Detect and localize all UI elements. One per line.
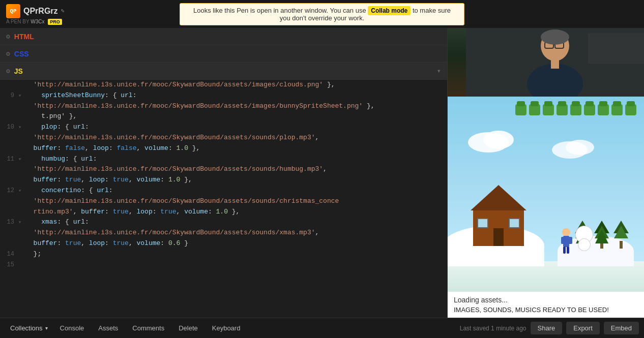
assets-button[interactable]: Assets: [91, 322, 125, 334]
code-line-14: 14 };: [0, 249, 447, 260]
webcam-feed: [448, 28, 644, 97]
line-number: [0, 143, 18, 154]
line-content: [25, 260, 447, 270]
collab-mode-button[interactable]: Collab mode: [368, 6, 411, 15]
code-line-11c: buffer: true, loop: true, volume: 1.0 },: [0, 175, 447, 186]
code-line-11b: 'http://mainline.i3s.unice.fr/mooc/Skywa…: [0, 164, 447, 175]
line-number: 15: [0, 260, 18, 270]
line-arrow: [18, 80, 25, 90]
svg-point-24: [562, 228, 570, 236]
line-content: humbug: { url:: [25, 154, 447, 165]
edit-icon[interactable]: ✎: [61, 7, 65, 15]
line-number: [0, 111, 18, 122]
logo-icon: QP: [6, 4, 20, 18]
bottom-bar: Collections ▾ Console Assets Comments De…: [0, 318, 644, 338]
collections-button[interactable]: Collections ▾: [5, 322, 53, 334]
line-content: buffer: false, loop: false, volume: 1.0 …: [25, 143, 447, 154]
line-number: 13: [0, 217, 18, 228]
share-button[interactable]: Share: [531, 322, 563, 334]
line-number: [0, 207, 18, 218]
house-window-left: [477, 218, 488, 228]
line-number: 11: [0, 154, 18, 165]
html-tab-label: HTML: [14, 33, 34, 41]
js-tab[interactable]: ⚙ JS ▾: [0, 63, 447, 80]
svg-rect-27: [568, 237, 572, 244]
webcam-area: [448, 28, 644, 97]
pen-by-label: A PEN BY: [6, 19, 29, 24]
notification-text-before: Looks like this Pen is open in another w…: [193, 7, 366, 14]
enemy-1: [515, 104, 526, 115]
keyboard-button[interactable]: Keyboard: [205, 322, 248, 334]
snowman-top: [578, 238, 591, 251]
bottom-right-actions: Last saved 1 minute ago Share Export Emb…: [460, 322, 639, 334]
comments-button[interactable]: Comments: [125, 322, 171, 334]
code-line-12c: rtino.mp3', buffer: true, loop: true, vo…: [0, 207, 447, 218]
tree-svg-2: [594, 221, 609, 249]
embed-button[interactable]: Embed: [604, 322, 639, 334]
html-tab[interactable]: ⚙ HTML: [0, 28, 447, 45]
line-content: concertino: { url:: [25, 186, 447, 196]
line-arrow: [18, 228, 25, 238]
code-line-10: 10 ▾ plop: { url:: [0, 122, 447, 133]
code-line-9: 9 ▾ spriteSheetBunny: { url:: [0, 90, 447, 101]
line-number: [0, 238, 18, 249]
house-roof: [471, 185, 526, 210]
line-content: xmas: { url:: [25, 217, 447, 228]
line-content: t.png' },: [25, 111, 447, 122]
css-tab[interactable]: ⚙ CSS: [0, 45, 447, 63]
code-line-15: 15: [0, 260, 447, 270]
enemy-3: [543, 104, 554, 115]
line-arrow: [18, 196, 25, 207]
logo-area: QP QPrRGrz ✎ A PEN BY W3Cx PRO: [6, 4, 65, 24]
code-line-12b: 'http://mainline.i3s.unice.fr/mooc/Skywa…: [0, 196, 447, 207]
house: [473, 210, 524, 246]
code-line-13: 13 ▾ xmas: { url:: [0, 217, 447, 228]
svg-rect-1: [588, 33, 644, 64]
console-button[interactable]: Console: [53, 322, 92, 334]
enemy-9: [625, 104, 636, 115]
code-line-10c: buffer: false, loop: false, volume: 1.0 …: [0, 143, 447, 154]
line-content: spriteSheetBunny: { url:: [25, 90, 447, 101]
line-number: [0, 133, 18, 143]
line-arrow: [18, 249, 25, 260]
line-arrow: ▾: [18, 122, 25, 133]
svg-point-8: [541, 29, 569, 45]
enemy-4: [557, 104, 568, 115]
main-area: ⚙ HTML ⚙ CSS ⚙ JS ▾ 'http://mainline.i3: [0, 28, 644, 318]
code-editor[interactable]: 'http://mainline.i3s.unice.fr/mooc/Skywa…: [0, 80, 447, 318]
character-svg: [560, 228, 573, 254]
delete-button[interactable]: Delete: [171, 322, 205, 334]
enemy-7: [598, 104, 609, 115]
line-content: rtino.mp3', buffer: true, loop: true, vo…: [25, 207, 447, 218]
right-panel: Loading assets... IMAGES, SOUNDS, MUSICS…: [448, 28, 644, 318]
code-line-8: 'http://mainline.i3s.unice.fr/mooc/Skywa…: [0, 80, 447, 90]
house-body: [473, 210, 524, 246]
line-arrow: ▾: [18, 217, 25, 228]
line-number: [0, 196, 18, 207]
code-line-13c: buffer: true, loop: true, volume: 0.6 }: [0, 238, 447, 249]
line-arrow: [18, 111, 25, 122]
webcam-person: [466, 28, 644, 97]
pro-badge: PRO: [48, 19, 62, 25]
line-content: 'http://mainline.i3s.unice.fr/mooc/Skywa…: [25, 133, 447, 143]
preview-info: Loading assets... IMAGES, SOUNDS, MUSICS…: [448, 292, 644, 318]
code-line-10b: 'http://mainline.i3s.unice.fr/mooc/Skywa…: [0, 133, 447, 143]
line-number: [0, 228, 18, 238]
enemy-6: [584, 104, 595, 115]
chevron-down-icon: ▾: [45, 325, 48, 331]
house-door: [493, 228, 504, 246]
clouds-svg: [448, 122, 644, 183]
js-gear-icon: ⚙: [6, 67, 10, 75]
css-tab-label: CSS: [14, 50, 29, 58]
line-arrow: [18, 175, 25, 186]
html-gear-icon: ⚙: [6, 33, 10, 41]
svg-rect-7: [551, 58, 559, 69]
editor-panel: ⚙ HTML ⚙ CSS ⚙ JS ▾ 'http://mainline.i3: [0, 28, 448, 318]
export-button[interactable]: Export: [566, 322, 600, 334]
svg-rect-26: [561, 237, 565, 244]
tree-svg-3: [613, 221, 629, 249]
line-content: plop: { url:: [25, 122, 447, 133]
snowman: [575, 226, 593, 251]
enemy-5: [570, 104, 581, 115]
collections-label: Collections: [10, 324, 43, 332]
